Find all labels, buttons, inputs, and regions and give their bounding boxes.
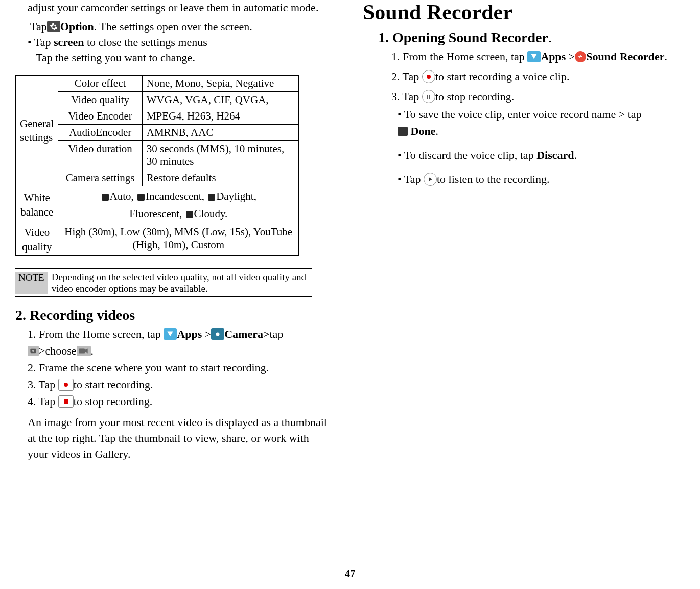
- tap-option-line: Tap Option. The settings open over the s…: [28, 19, 332, 35]
- white-balance-cell: Whitebalance: [16, 186, 58, 224]
- white-balance-values: Auto, Incandescent, Daylight, Fluorescen…: [58, 186, 299, 224]
- sr-step-3: 3. Tap to stop recording.: [391, 88, 685, 105]
- svg-rect-8: [429, 95, 430, 99]
- page-number: 47: [0, 568, 700, 580]
- note-text: Depending on the selected video quality,…: [52, 272, 312, 294]
- svg-rect-3: [79, 348, 85, 353]
- incandescent-icon: [137, 194, 145, 201]
- sound-recorder-heading: Sound Recorder: [363, 0, 685, 25]
- sound-recorder-app-icon: [575, 51, 586, 62]
- gear-icon: [47, 21, 60, 32]
- settings-table: Generalsettings Color effect None, Mono,…: [15, 75, 299, 256]
- sr-bullet-listen: • Tap to listen to the recording.: [398, 171, 685, 187]
- table-row: Whitebalance Auto, Incandescent, Dayligh…: [16, 186, 299, 224]
- cloudy-icon: [186, 211, 193, 218]
- svg-point-2: [32, 350, 34, 352]
- right-column: Sound Recorder 1. Opening Sound Recorder…: [363, 0, 685, 462]
- sr-bullet-discard: • To discard the voice clip, tap Discard…: [398, 147, 685, 163]
- sr-bullet-save: • To save the voice clip, enter voice re…: [398, 106, 685, 139]
- record-icon: [422, 70, 435, 83]
- tap-setting-change: Tap the setting you want to change.: [36, 50, 332, 66]
- divider: [15, 268, 312, 269]
- camera-app-icon: [211, 328, 224, 340]
- intro-text: adjust your camcorder settings or leave …: [28, 0, 332, 16]
- video-mode-icon: [77, 346, 91, 356]
- sr-step-1: 1. From the Home screen, tap Apps > Soun…: [391, 48, 685, 65]
- auto-wb-icon: [102, 194, 109, 201]
- bullet-close-settings: • Tap screen to close the settings menus: [28, 35, 332, 51]
- rec-step-2: 2. Frame the scene where you want to sta…: [28, 359, 332, 376]
- apps-icon: [164, 328, 177, 340]
- table-row: Generalsettings Color effect None, Mono,…: [16, 76, 299, 92]
- rec-step-4: 4. Tap to stop recording.: [28, 393, 332, 410]
- daylight-icon: [208, 194, 215, 201]
- video-quality-cell: Videoquality: [16, 224, 58, 256]
- play-icon: [424, 173, 437, 186]
- pause-icon: [422, 90, 435, 103]
- svg-point-6: [427, 75, 431, 79]
- apps-icon: [527, 51, 541, 62]
- rec-step-1: 1. From the Home screen, tap Apps > Came…: [28, 325, 332, 359]
- thumbnail-text: An image from your most recent video is …: [28, 415, 332, 462]
- note-block: NOTE Depending on the selected video qua…: [15, 272, 312, 297]
- opening-sound-recorder-heading: 1. Opening Sound Recorder.: [378, 30, 685, 46]
- general-settings-cell: Generalsettings: [16, 76, 58, 186]
- done-icon: [398, 127, 408, 136]
- table-row: AudioEncoder AMRNB, AAC: [16, 125, 299, 141]
- svg-point-0: [216, 332, 220, 336]
- note-label: NOTE: [15, 272, 48, 294]
- table-row: Video quality WVGA, VGA, CIF, QVGA,: [16, 92, 299, 108]
- rec-step-3: 3. Tap to start recording.: [28, 376, 332, 393]
- record-stop-icon: [58, 395, 74, 408]
- table-row: Video Encoder MPEG4, H263, H264: [16, 108, 299, 125]
- svg-rect-5: [64, 399, 68, 404]
- left-column: adjust your camcorder settings or leave …: [15, 0, 332, 462]
- table-row: Video duration 30 seconds (MMS), 10 minu…: [16, 141, 299, 170]
- svg-point-4: [64, 383, 68, 387]
- recording-videos-heading: 2. Recording videos: [15, 307, 332, 323]
- sr-step-2: 2. Tap to start recording a voice clip.: [391, 68, 685, 85]
- video-quality-values: High (30m), Low (30m), MMS (Low, 15s), Y…: [58, 224, 299, 256]
- table-row: Camera settings Restore defaults: [16, 170, 299, 186]
- table-row: Videoquality High (30m), Low (30m), MMS …: [16, 224, 299, 256]
- svg-rect-7: [427, 95, 428, 99]
- camera-mode-icon: [28, 346, 39, 356]
- record-start-icon: [58, 379, 74, 391]
